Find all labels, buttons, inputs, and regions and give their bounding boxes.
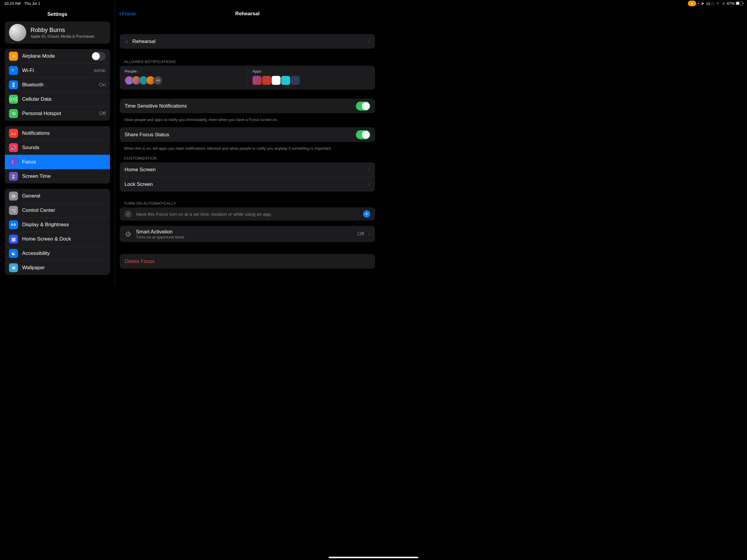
sidebar-item-label: Screen Time [22, 173, 106, 179]
chevron-right-icon: › [262, 69, 263, 74]
airplane-icon: ✈︎ [9, 52, 18, 61]
sidebar-item-wallpaper[interactable]: ❀ Wallpaper [5, 260, 110, 275]
share-toggle[interactable] [356, 130, 370, 139]
bluetooth-value: On [99, 82, 106, 88]
wallpaper-icon: ❀ [9, 263, 18, 272]
sounds-icon: 🔊 [9, 143, 18, 152]
apple-id-group: Robby Burns Apple ID, iCloud, Media & Pu… [5, 22, 110, 44]
apple-id-row[interactable]: Robby Burns Apple ID, iCloud, Media & Pu… [5, 22, 110, 44]
customization-header: CUSTOMIZATION [119, 154, 376, 162]
music-icon: ♫ [125, 39, 128, 44]
focus-icon: ☾ [9, 157, 18, 167]
auto-header: TURN ON AUTOMATICALLY [119, 199, 376, 207]
sidebar-item-label: Bluetooth [22, 82, 95, 88]
sidebar-item-wifi[interactable]: ᯤ Wi-Fi sonic [5, 63, 110, 78]
home-screen-label: Home Screen [125, 167, 364, 173]
chevron-right-icon: › [368, 38, 370, 45]
sidebar-item-homedock[interactable]: ▦ Home Screen & Dock [5, 232, 110, 246]
sidebar-item-controlcenter[interactable]: ⌥ Control Center [5, 203, 110, 218]
hotspot-icon: ⟲ [9, 109, 18, 118]
sidebar-item-screentime[interactable]: ⏳ Screen Time [5, 169, 110, 183]
people-more-count: +6 [153, 76, 162, 85]
smart-value: Off [357, 231, 364, 237]
back-button[interactable]: ‹ Focus [119, 10, 136, 17]
app-icon [253, 76, 261, 85]
tsn-group: Time Sensitive Notifications [120, 99, 375, 113]
wifi-icon: ᯤ [9, 66, 18, 75]
notifications-icon: ▭ [9, 129, 18, 138]
chevron-right-icon: › [368, 166, 370, 173]
smart-sub: Turns on at opportune times [136, 235, 353, 239]
bluetooth-icon [9, 80, 18, 90]
focus-name-group: ♫ Rehearsal › [120, 34, 375, 49]
home-screen-row[interactable]: Home Screen › [120, 162, 375, 177]
delete-label: Delete Focus [125, 258, 370, 264]
sidebar-item-focus[interactable]: ☾ Focus [5, 155, 110, 169]
sidebar-item-notifications[interactable]: ▭ Notifications [5, 126, 110, 141]
status-time: 10:23 AM [4, 1, 21, 6]
user-name: Robby Burns [30, 27, 95, 33]
airplane-toggle[interactable] [92, 52, 106, 61]
delete-focus-button[interactable]: Delete Focus [120, 254, 375, 269]
sidebar-item-label: General [22, 193, 106, 199]
chevron-right-icon: › [138, 69, 139, 74]
status-bar: 10:23 AM Thu Jul 1 ● • ➤ ▮▮▯▯ ᯤ ♫ 47% [0, 0, 380, 6]
chevron-left-icon: ‹ [119, 10, 121, 17]
add-schedule-row[interactable]: ✓ Have this Focus turn on at a set time,… [120, 207, 375, 221]
sidebar-item-label: Cellular Data [22, 96, 106, 102]
allowed-header: ALLOWED NOTIFICATIONS [119, 58, 376, 66]
sidebar-item-label: Focus [22, 159, 106, 165]
customization-group: Home Screen › Lock Screen › [120, 162, 375, 192]
sidebar-item-display[interactable]: AA Display & Brightness [5, 218, 110, 232]
lock-screen-label: Lock Screen [125, 181, 364, 187]
tsn-toggle[interactable] [356, 102, 370, 110]
auto-text: Have this Focus turn on at a set time, l… [136, 211, 359, 217]
user-subtitle: Apple ID, iCloud, Media & Purchases [30, 34, 95, 39]
sidebar-item-accessibility[interactable]: ☯ Accessibility [5, 246, 110, 260]
sidebar-item-label: Airplane Mode [22, 53, 87, 59]
delete-group: Delete Focus [120, 254, 375, 269]
app-icon [291, 76, 300, 85]
sidebar-item-hotspot[interactable]: ⟲ Personal Hotspot Off [5, 106, 110, 121]
smart-activation-row[interactable]: ⏻ Smart Activation Turns on at opportune… [120, 226, 375, 242]
allowed-group: People› +6 Apps› [120, 66, 375, 90]
gear-icon: ⚙︎ [9, 192, 18, 201]
controlcenter-icon: ⌥ [9, 206, 18, 215]
sidebar-item-label: Notifications [22, 130, 106, 136]
app-icon [262, 76, 271, 85]
time-sensitive-row: Time Sensitive Notifications [120, 99, 375, 113]
focus-name-row[interactable]: ♫ Rehearsal › [120, 34, 375, 49]
plus-icon[interactable]: + [363, 210, 370, 218]
back-label: Focus [122, 11, 136, 17]
sidebar-item-general[interactable]: ⚙︎ General [5, 189, 110, 203]
smart-activation-group: ⏻ Smart Activation Turns on at opportune… [120, 226, 375, 242]
sidebar-item-airplane[interactable]: ✈︎ Airplane Mode [5, 49, 110, 63]
general-group: ⚙︎ General ⌥ Control Center AA Display &… [5, 189, 110, 275]
accessibility-icon: ☯ [9, 249, 18, 258]
wifi-value: sonic [94, 68, 106, 74]
sidebar-item-label: Personal Hotspot [22, 110, 95, 117]
sidebar-item-cellular[interactable]: ((•)) Cellular Data [5, 92, 110, 106]
screentime-icon: ⏳ [9, 172, 18, 181]
power-icon: ⏻ [125, 230, 132, 237]
sidebar-item-label: Wallpaper [22, 265, 106, 271]
allowed-people[interactable]: People› +6 [120, 66, 248, 90]
clock-icon: ✓ [125, 210, 132, 218]
share-focus-row: Share Focus Status [120, 127, 375, 142]
detail-title: Rehearsal [235, 11, 259, 17]
detail-header: ‹ Focus Rehearsal [119, 8, 376, 19]
app-icon [281, 76, 290, 85]
sidebar-item-sounds[interactable]: 🔊 Sounds [5, 141, 110, 155]
tsn-footer: Allow people and apps to notify you imme… [119, 116, 376, 127]
app-icon [272, 76, 281, 85]
focus-name-label: Rehearsal [132, 39, 364, 45]
status-date: Thu Jul 1 [24, 1, 40, 6]
lock-screen-row[interactable]: Lock Screen › [120, 177, 375, 192]
user-avatar [9, 24, 26, 41]
sidebar-item-bluetooth[interactable]: Bluetooth On [5, 78, 110, 92]
hotspot-value: Off [99, 110, 106, 117]
sidebar-item-label: Wi-Fi [22, 68, 89, 74]
allowed-apps[interactable]: Apps› [248, 66, 375, 90]
detail-pane: ‹ Focus Rehearsal ♫ Rehearsal › ALLOWED … [115, 0, 380, 285]
homedock-icon: ▦ [9, 235, 18, 244]
